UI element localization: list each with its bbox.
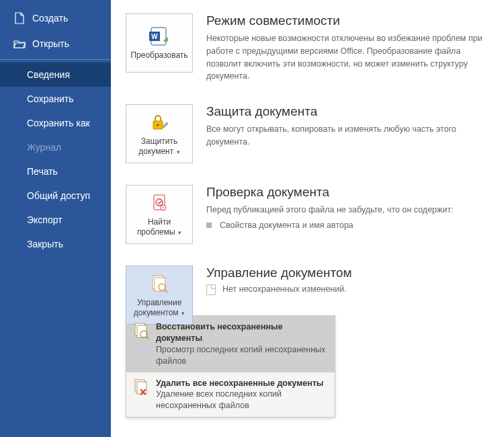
info-panel: W Преобразовать Режим совместимости Неко…	[111, 0, 504, 437]
sidebar-item-info[interactable]: Сведения	[0, 63, 111, 87]
manage-document-button[interactable]: Управление документом ▾	[126, 266, 193, 325]
menu-recover-unsaved[interactable]: Восстановить несохраненные документы Про…	[126, 316, 335, 372]
sidebar-item-saveas[interactable]: Сохранить как	[0, 111, 111, 135]
sidebar-item-print[interactable]: Печать	[0, 159, 111, 184]
sidebar-label: Сохранить как	[27, 118, 90, 128]
section-body: Проверка документа Перед публикацией это…	[206, 185, 491, 230]
section-title: Режим совместимости	[206, 13, 491, 28]
section-desc: Перед публикацией этого файла не забудьт…	[206, 204, 491, 216]
document-icon	[206, 284, 216, 295]
section-protect: Защитить документ ▾ Защита документа Все…	[126, 104, 491, 163]
sidebar-label: Сохранить	[27, 93, 74, 104]
tile-label: Найти проблемы ▾	[129, 217, 190, 237]
word-convert-icon: W	[149, 26, 170, 47]
section-desc: Некоторые новые возможности отключены во…	[206, 32, 491, 83]
sidebar-item-open[interactable]: Открыть	[0, 31, 111, 56]
section-body: Управление документом Нет несохраненных …	[206, 266, 491, 295]
manage-note-text: Нет несохраненных изменений.	[222, 284, 347, 294]
svg-text:W: W	[151, 33, 158, 40]
recover-icon	[133, 321, 149, 340]
menu-title: Удалить все несохраненные документы	[156, 378, 328, 389]
sidebar-item-share[interactable]: Общий доступ	[0, 184, 111, 208]
tile-label: Защитить документ ▾	[129, 136, 190, 156]
section-body: Режим совместимости Некоторые новые возм…	[206, 13, 491, 83]
section-body: Защита документа Все могут открывать, ко…	[206, 104, 491, 149]
menu-delete-unsaved[interactable]: Удалить все несохраненные документы Удал…	[126, 372, 335, 418]
menu-desc: Удаление всех последних копий несохранен…	[156, 389, 328, 411]
manage-document-icon	[149, 273, 169, 294]
tile-label: Управление документом ▾	[129, 298, 190, 317]
inspect-bullet: Свойства документа и имя автора	[206, 221, 491, 230]
chevron-down-icon: ▾	[180, 310, 185, 317]
section-manage: Управление документом ▾ Управление докум…	[126, 266, 491, 418]
bullet-text: Свойства документа и имя автора	[220, 221, 353, 230]
sidebar-label: Открыть	[32, 38, 69, 49]
sidebar-item-save[interactable]: Сохранить	[0, 87, 111, 111]
new-file-icon	[13, 12, 26, 24]
sidebar-label: Журнал	[27, 142, 61, 153]
manage-note: Нет несохраненных изменений.	[206, 284, 491, 295]
bullet-icon	[206, 223, 212, 228]
sidebar-label: Экспорт	[27, 214, 62, 225]
sidebar-item-close[interactable]: Закрыть	[0, 232, 111, 256]
sidebar-label: Печать	[27, 166, 58, 177]
open-folder-icon	[13, 38, 26, 50]
section-title: Управление документом	[206, 266, 491, 280]
divider	[0, 59, 111, 60]
sidebar-item-history: Журнал	[0, 135, 111, 159]
convert-button[interactable]: W Преобразовать	[126, 13, 193, 73]
manage-document-menu: Восстановить несохраненные документы Про…	[126, 315, 335, 418]
menu-desc: Просмотр последних копий несохраненных ф…	[156, 344, 328, 367]
menu-title: Восстановить несохраненные документы	[156, 321, 328, 344]
section-title: Защита документа	[206, 104, 491, 119]
svg-point-4	[157, 124, 159, 126]
svg-rect-16	[137, 382, 146, 394]
chevron-down-icon: ▾	[177, 229, 182, 236]
section-title: Проверка документа	[206, 185, 491, 200]
sidebar-item-export[interactable]: Экспорт	[0, 208, 111, 232]
lock-key-icon	[149, 112, 169, 133]
protect-document-button[interactable]: Защитить документ ▾	[126, 104, 193, 163]
tile-label: Преобразовать	[130, 50, 187, 60]
section-desc: Все могут открывать, копировать и изменя…	[206, 123, 491, 149]
delete-icon	[133, 378, 149, 397]
sidebar-label: Сведения	[27, 69, 70, 80]
menu-text: Восстановить несохраненные документы Про…	[156, 321, 328, 367]
sidebar-label: Общий доступ	[27, 190, 90, 201]
check-issues-button[interactable]: ? Найти проблемы ▾	[126, 185, 193, 244]
inspect-icon: ?	[150, 192, 169, 214]
sidebar-label: Создать	[32, 13, 68, 24]
section-compatibility: W Преобразовать Режим совместимости Неко…	[126, 13, 491, 83]
sidebar-item-new[interactable]: Создать	[0, 5, 111, 31]
backstage-sidebar: Создать Открыть Сведения Сохранить Сохра…	[0, 0, 111, 437]
section-inspect: ? Найти проблемы ▾ Проверка документа Пе…	[126, 185, 491, 244]
sidebar-label: Закрыть	[27, 239, 63, 249]
chevron-down-icon: ▾	[175, 149, 180, 155]
menu-text: Удалить все несохраненные документы Удал…	[156, 378, 328, 412]
